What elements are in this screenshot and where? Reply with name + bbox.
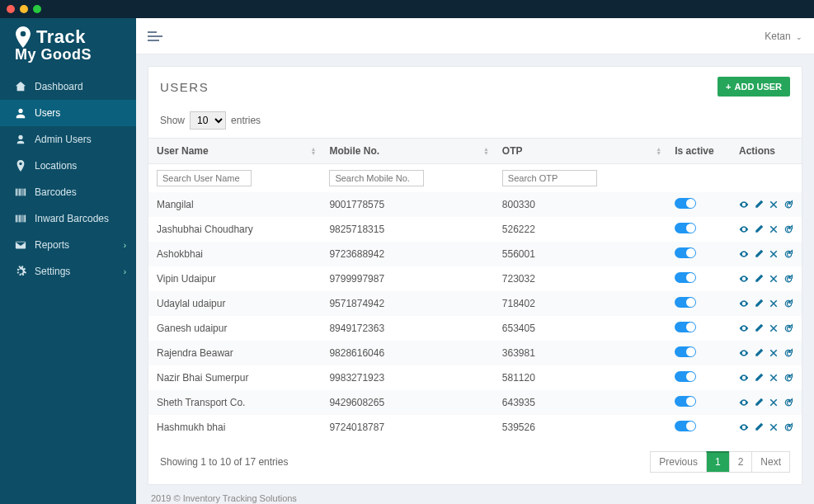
- edit-icon[interactable]: [754, 422, 764, 432]
- refresh-icon[interactable]: [783, 224, 793, 234]
- delete-icon[interactable]: [769, 348, 779, 358]
- sidebar-item-barcodes[interactable]: Barcodes: [0, 179, 136, 205]
- edit-icon[interactable]: [754, 323, 764, 333]
- pin-icon: [15, 26, 31, 48]
- barcode-icon: [15, 213, 26, 224]
- delete-icon[interactable]: [769, 422, 779, 432]
- edit-icon[interactable]: [754, 348, 764, 358]
- view-icon[interactable]: [739, 422, 749, 432]
- delete-icon[interactable]: [769, 274, 779, 284]
- sidebar-item-settings[interactable]: Settings›: [0, 258, 136, 285]
- delete-icon[interactable]: [769, 200, 779, 210]
- active-toggle[interactable]: [675, 247, 696, 258]
- sidebar-item-label: Users: [35, 107, 60, 119]
- svg-point-0: [18, 135, 22, 139]
- pin-icon: [15, 160, 26, 172]
- svg-rect-8: [18, 215, 19, 223]
- row-actions: [739, 348, 793, 358]
- refresh-icon[interactable]: [783, 373, 793, 383]
- cell-otp: 539526: [494, 415, 666, 440]
- edit-icon[interactable]: [754, 373, 764, 383]
- col-header-otp[interactable]: OTP▲▼: [494, 139, 666, 164]
- edit-icon[interactable]: [754, 200, 764, 210]
- table-row: Sheth Transport Co. 9429608265 643935: [148, 390, 802, 415]
- refresh-icon[interactable]: [783, 274, 793, 284]
- window-max-dot[interactable]: [33, 5, 41, 13]
- refresh-icon[interactable]: [783, 323, 793, 333]
- users-table: User Name▲▼ Mobile No.▲▼ OTP▲▼ Is active…: [148, 138, 802, 440]
- table-row: Nazir Bhai Sumerpur 9983271923 581120: [148, 365, 802, 390]
- row-actions: [739, 373, 793, 383]
- view-icon[interactable]: [739, 373, 749, 383]
- active-toggle[interactable]: [675, 198, 696, 209]
- active-toggle[interactable]: [675, 421, 696, 431]
- view-icon[interactable]: [739, 274, 749, 284]
- delete-icon[interactable]: [769, 299, 779, 309]
- refresh-icon[interactable]: [783, 200, 793, 210]
- delete-icon[interactable]: [769, 224, 779, 234]
- filter-otp-input[interactable]: [502, 170, 597, 186]
- cell-otp: 643935: [494, 390, 666, 415]
- cell-mobile: 9429608265: [321, 390, 493, 415]
- table-row: Rajendra Beawar 9828616046 363981: [148, 341, 802, 365]
- active-toggle[interactable]: [675, 223, 696, 233]
- delete-icon[interactable]: [769, 249, 779, 259]
- delete-icon[interactable]: [769, 398, 779, 407]
- active-toggle[interactable]: [675, 297, 696, 308]
- pager-page-2[interactable]: 2: [729, 451, 753, 473]
- active-toggle[interactable]: [675, 346, 696, 357]
- window-min-dot[interactable]: [20, 5, 28, 13]
- chevron-right-icon: ›: [124, 267, 126, 276]
- brand-line2: My GoodS: [15, 46, 121, 64]
- col-header-mobile[interactable]: Mobile No.▲▼: [321, 139, 493, 164]
- sidebar-item-locations[interactable]: Locations: [0, 153, 136, 179]
- refresh-icon[interactable]: [783, 348, 793, 358]
- delete-icon[interactable]: [769, 323, 779, 333]
- pager-page-1[interactable]: 1: [706, 451, 730, 473]
- row-actions: [739, 224, 793, 234]
- refresh-icon[interactable]: [783, 249, 793, 259]
- view-icon[interactable]: [739, 398, 749, 407]
- svg-rect-11: [23, 215, 24, 223]
- refresh-icon[interactable]: [783, 422, 793, 432]
- refresh-icon[interactable]: [783, 299, 793, 309]
- view-icon[interactable]: [739, 348, 749, 358]
- filter-username-input[interactable]: [157, 170, 252, 186]
- active-toggle[interactable]: [675, 272, 696, 283]
- refresh-icon[interactable]: [783, 398, 793, 407]
- view-icon[interactable]: [739, 200, 749, 210]
- view-icon[interactable]: [739, 299, 749, 309]
- edit-icon[interactable]: [754, 299, 764, 309]
- pager-next[interactable]: Next: [751, 451, 790, 473]
- filter-mobile-input[interactable]: [329, 170, 424, 186]
- sidebar: Track My GoodS DashboardUsersAdmin Users…: [0, 18, 136, 504]
- entries-select[interactable]: 10: [190, 111, 226, 130]
- sidebar-item-users[interactable]: Users: [0, 100, 136, 126]
- sidebar-item-reports[interactable]: Reports›: [0, 232, 136, 258]
- sidebar-item-admin-users[interactable]: Admin Users: [0, 126, 136, 153]
- edit-icon[interactable]: [754, 274, 764, 284]
- entries-length-control: Show 10 entries: [148, 106, 802, 138]
- sidebar-item-inward-barcodes[interactable]: Inward Barcodes: [0, 205, 136, 232]
- sidebar-item-dashboard[interactable]: Dashboard: [0, 73, 136, 100]
- delete-icon[interactable]: [769, 373, 779, 383]
- svg-rect-9: [19, 215, 21, 223]
- cell-username: Hashmukh bhai: [148, 415, 321, 440]
- sidebar-toggle-button[interactable]: [148, 31, 162, 41]
- pager-prev[interactable]: Previous: [650, 451, 707, 473]
- window-close-dot[interactable]: [7, 5, 15, 13]
- edit-icon[interactable]: [754, 249, 764, 259]
- active-toggle[interactable]: [675, 396, 696, 407]
- col-header-isactive: Is active: [666, 139, 731, 164]
- add-user-button[interactable]: + ADD USER: [718, 77, 790, 97]
- view-icon[interactable]: [739, 323, 749, 333]
- user-menu[interactable]: Ketan ⌄: [765, 31, 802, 42]
- view-icon[interactable]: [739, 249, 749, 259]
- edit-icon[interactable]: [754, 398, 764, 407]
- active-toggle[interactable]: [675, 371, 696, 382]
- edit-icon[interactable]: [754, 224, 764, 234]
- view-icon[interactable]: [739, 224, 749, 234]
- active-toggle[interactable]: [675, 322, 696, 332]
- col-header-username[interactable]: User Name▲▼: [148, 139, 321, 164]
- table-row: Ganesh udaipur 8949172363 653405: [148, 316, 802, 341]
